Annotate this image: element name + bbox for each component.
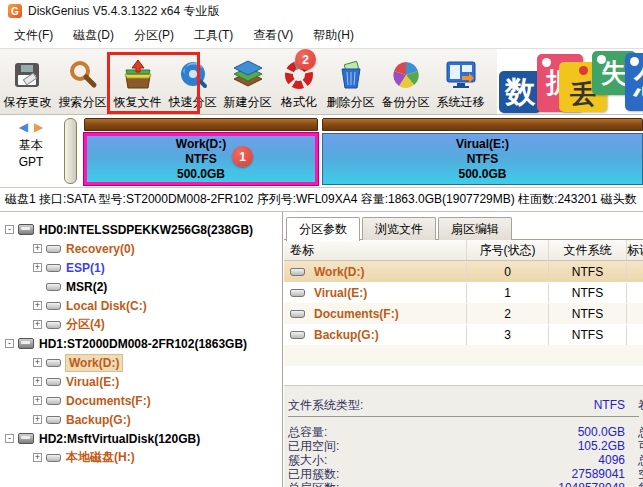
partition-icon <box>46 264 61 272</box>
recover-files-icon <box>120 56 156 94</box>
detail-label: 文件系统类型: <box>288 398 363 412</box>
header-volume-label[interactable]: 卷标 <box>284 240 467 260</box>
menu-view[interactable]: 查看(V) <box>243 23 303 48</box>
ad-tile: 怎 <box>625 53 643 111</box>
detail-value: 4096 <box>598 453 625 467</box>
cell-seq: 0 <box>467 262 549 282</box>
detail-used-space: 已用空间: 105.2GB 可 <box>288 439 643 453</box>
tree-item-hd0[interactable]: - HD0:INTELSSDPEKKW256G8(238GB) <box>0 220 282 239</box>
delete-partition-button[interactable]: 删除分区 <box>323 49 378 114</box>
new-partition-button[interactable]: 新建分区 <box>220 49 275 114</box>
detail-label: 总扇区数: <box>288 481 339 487</box>
tree-item-hd2[interactable]: - HD2:MsftVirtualDisk(120GB) <box>0 429 282 448</box>
save-changes-button[interactable]: 保存更改 <box>0 49 55 114</box>
menu-help[interactable]: 帮助(H) <box>303 23 364 48</box>
tree-item-work-d[interactable]: + Work(D:) <box>0 353 282 372</box>
expand-icon[interactable]: + <box>33 358 42 367</box>
tab-partition-params[interactable]: 分区参数 <box>286 217 360 241</box>
partition-table: 卷标 序号(状态) 文件系统 标识 Work(D:) 0 NTFS Virual… <box>284 240 643 385</box>
partition-block-work-d[interactable]: Work(D:) NTFS 500.0GB <box>84 133 318 185</box>
tree-item-hd1[interactable]: - HD1:ST2000DM008-2FR102(1863GB) <box>0 334 282 353</box>
partition-icon <box>290 331 305 339</box>
detail-used-clusters: 已用簇数: 27589041 空 <box>288 467 643 481</box>
disk-scrollbar[interactable] <box>64 118 77 184</box>
expand-icon[interactable]: + <box>33 244 42 253</box>
partition-block-virual-e[interactable]: Virual(E:) NTFS 500.0GB <box>322 133 643 185</box>
tree-label: Work(D:) <box>66 355 122 371</box>
menu-file[interactable]: 文件(F) <box>4 23 63 48</box>
partition-icon <box>46 416 61 424</box>
table-row-backup-g[interactable]: Backup(G:) 3 NTFS <box>284 324 643 345</box>
collapse-icon[interactable]: - <box>5 339 14 348</box>
tree-label: 本地磁盘(H:) <box>66 449 135 466</box>
search-partition-button[interactable]: 搜索分区 <box>55 49 110 114</box>
tab-browse-files[interactable]: 浏览文件 <box>362 217 436 240</box>
detail-cut-label: 空 <box>638 467 643 481</box>
menu-disk[interactable]: 磁盘(D) <box>63 23 124 48</box>
expand-icon[interactable]: + <box>33 453 42 462</box>
disk-strip <box>322 118 643 131</box>
detail-cut-label: 总 <box>638 425 643 439</box>
harddisk-icon <box>18 338 34 349</box>
tree-item-local-disk-h[interactable]: + 本地磁盘(H:) <box>0 448 282 467</box>
tree-label: HD1:ST2000DM008-2FR102(1863GB) <box>39 337 247 351</box>
partition-icon <box>46 454 61 462</box>
next-disk-arrow-icon[interactable]: ▶ <box>34 120 43 134</box>
trash-icon <box>333 56 369 94</box>
header-file-system[interactable]: 文件系统 <box>549 240 627 260</box>
menu-tools[interactable]: 工具(T) <box>184 23 243 48</box>
detail-label: 已用空间: <box>288 439 339 453</box>
cell-seq: 1 <box>467 283 549 303</box>
table-row-virual-e[interactable]: Virual(E:) 1 NTFS <box>284 282 643 303</box>
header-flag[interactable]: 标识 <box>627 240 643 260</box>
tree-item-esp[interactable]: + ESP(1) <box>0 258 282 277</box>
tree-item-msr[interactable]: MSR(2) <box>0 277 282 296</box>
toolbar-label: 格式化 <box>281 94 317 111</box>
table-row-documents-f[interactable]: Documents(F:) 2 NTFS <box>284 303 643 324</box>
menu-partition[interactable]: 分区(P) <box>124 23 184 48</box>
partition-icon <box>46 321 61 329</box>
toolbar-label: 保存更改 <box>4 94 52 111</box>
tree-item-virual-e[interactable]: + Virual(E:) <box>0 372 282 391</box>
header-seq-status[interactable]: 序号(状态) <box>467 240 549 260</box>
expand-icon[interactable]: + <box>33 301 42 310</box>
tree-label: 分区(4) <box>66 316 105 333</box>
system-migration-button[interactable]: 系统迁移 <box>433 49 488 114</box>
backup-partition-button[interactable]: 备份分区 <box>378 49 433 114</box>
expand-icon[interactable]: + <box>33 320 42 329</box>
monitor-arrow-icon <box>443 56 479 94</box>
table-row-empty <box>284 366 643 387</box>
title-bar: G DiskGenius V5.4.3.1322 x64 专业版 <box>0 0 643 22</box>
partition-scheme-label: GPT <box>19 154 44 171</box>
quick-partition-button[interactable]: 快速分区 <box>165 49 220 114</box>
divider <box>288 416 639 417</box>
cell-fs: NTFS <box>549 304 627 324</box>
tree-item-backup-g[interactable]: + Backup(G:) <box>0 410 282 429</box>
tree-label: Local Disk(C:) <box>66 299 147 313</box>
expand-icon[interactable]: + <box>33 415 42 424</box>
expand-icon[interactable]: + <box>33 396 42 405</box>
cell-volume: Work(D:) <box>314 262 364 282</box>
prev-disk-arrow-icon[interactable]: ◀ <box>19 120 28 134</box>
collapse-icon[interactable]: - <box>5 225 14 234</box>
ad-tile: 数 <box>499 71 541 113</box>
app-logo-icon: G <box>8 4 22 18</box>
harddisk-icon <box>18 224 34 235</box>
expand-icon[interactable]: + <box>33 263 42 272</box>
tree-item-local-disk-c[interactable]: + Local Disk(C:) <box>0 296 282 315</box>
ad-banner[interactable]: 数 据 丢 失 怎 <box>497 49 643 114</box>
expand-icon[interactable]: + <box>33 377 42 386</box>
tree-label: HD2:MsftVirtualDisk(120GB) <box>39 432 200 446</box>
table-row-work-d[interactable]: Work(D:) 0 NTFS <box>284 261 643 282</box>
disk-strip <box>84 118 318 131</box>
tree-item-documents-f[interactable]: + Documents(F:) <box>0 391 282 410</box>
disk-info-bar: 磁盘1 接口:SATA 型号:ST2000DM008-2FR102 序列号:WF… <box>0 188 643 212</box>
tab-sector-edit[interactable]: 扇区编辑 <box>438 217 512 240</box>
format-button[interactable]: 格式化 <box>275 49 323 114</box>
recover-files-button[interactable]: 恢复文件 <box>110 49 165 114</box>
tree-item-recovery[interactable]: + Recovery(0) <box>0 239 282 258</box>
partition-icon <box>290 268 305 276</box>
detail-cut-label: 每 <box>638 481 643 487</box>
collapse-icon[interactable]: - <box>5 434 14 443</box>
tree-item-fenqu4[interactable]: + 分区(4) <box>0 315 282 334</box>
